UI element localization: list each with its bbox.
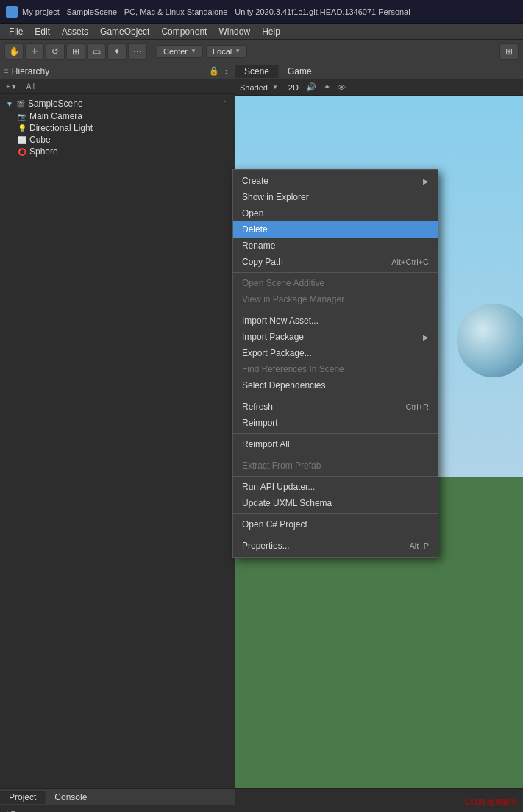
tab-project[interactable]: Project [0, 791, 46, 804]
ctx-import-package[interactable]: Import Package ▶ [233, 329, 438, 345]
tab-game[interactable]: Game [279, 65, 321, 78]
local-arrow: ▼ [235, 48, 241, 54]
menu-window[interactable]: Window [213, 25, 256, 38]
menu-file[interactable]: File [3, 25, 29, 38]
options-icon[interactable]: ⋮ [222, 66, 230, 76]
hierarchy-menu-icon: ≡ [4, 67, 9, 75]
center-arrow: ▼ [191, 48, 196, 54]
ctx-update-uxml[interactable]: Update UXML Schema [233, 495, 438, 511]
ctx-copy-path-shortcut: Alt+Ctrl+C [391, 257, 429, 266]
rotate-tool[interactable]: ↺ [46, 43, 65, 60]
menu-component[interactable]: Component [155, 25, 213, 38]
title-bar: My project - SampleScene - PC, Mac & Lin… [0, 0, 523, 24]
toolbar-sep-1 [152, 44, 152, 59]
scene-hide-icon[interactable]: 👁 [338, 83, 346, 92]
ctx-copy-path[interactable]: Copy Path Alt+Ctrl+C [233, 254, 438, 270]
ctx-show-explorer[interactable]: Show in Explorer [233, 189, 438, 205]
project-panel: Project Console +▼ ★ Favorites 🔍 All Mat… [0, 789, 235, 812]
ctx-create[interactable]: Create ▶ [233, 173, 438, 189]
project-add-btn[interactable]: +▼ [3, 808, 19, 812]
ctx-reimport-label: Reimport [242, 418, 278, 428]
ctx-copy-path-label: Copy Path [242, 257, 283, 267]
local-global[interactable]: Local ▼ [206, 45, 247, 58]
ctx-properties[interactable]: Properties... Alt+P [233, 538, 438, 554]
custom-tool[interactable]: ⋯ [128, 43, 147, 60]
ctx-open-csharp[interactable]: Open C# Project [233, 516, 438, 533]
ctx-view-package-manager: View in Package Manager [233, 291, 438, 307]
ctx-sep-4 [233, 433, 438, 434]
ctx-select-dependencies-label: Select Dependencies [242, 380, 325, 391]
ctx-run-api-updater[interactable]: Run API Updater... [233, 479, 438, 495]
hierarchy-item-camera[interactable]: 📷 Main Camera [0, 110, 235, 122]
ctx-delete[interactable]: Delete [233, 221, 438, 238]
title-text: My project - SampleScene - PC, Mac & Lin… [22, 7, 410, 16]
ctx-rename[interactable]: Rename [233, 238, 438, 254]
ctx-sep-5 [233, 455, 438, 455]
ctx-delete-label: Delete [242, 224, 268, 235]
watermark: CSDN @韩曙亮 [465, 797, 517, 808]
project-toolbar: +▼ [0, 805, 235, 812]
menu-gameobject[interactable]: GameObject [94, 25, 155, 38]
cube-icon: ⬜ [18, 136, 26, 144]
light-icon: 💡 [18, 124, 26, 132]
rect-tool[interactable]: ▭ [87, 43, 106, 60]
ctx-extract-from-prefab: Extract From Prefab [233, 457, 438, 474]
hierarchy-item-light[interactable]: 💡 Directional Light [0, 122, 235, 134]
transform-tool[interactable]: ✦ [107, 43, 127, 60]
ctx-import-package-label: Import Package [242, 332, 304, 342]
bottom-layout: Project Console +▼ ★ Favorites 🔍 All Mat… [0, 788, 523, 812]
shading-dropdown[interactable]: Shaded [240, 83, 268, 92]
ctx-import-package-arrow: ▶ [423, 333, 429, 341]
scale-tool[interactable]: ⊞ [66, 43, 85, 60]
hierarchy-toolbar: +▼ All [0, 79, 235, 94]
menu-assets[interactable]: Assets [56, 25, 94, 38]
scene-icon: 🎬 [16, 100, 25, 108]
project-tab-bar: Project Console [0, 789, 235, 805]
unity-icon [6, 6, 18, 18]
mode-2d[interactable]: 2D [288, 83, 299, 92]
ctx-export-package[interactable]: Export Package... [233, 345, 438, 361]
light-name: Directional Light [29, 123, 93, 133]
tool-group-transform: ✋ ✛ ↺ ⊞ ▭ ✦ ⋯ [4, 43, 147, 60]
scene-expand-icon: ▼ [6, 100, 13, 108]
ctx-refresh[interactable]: Refresh Ctrl+R [233, 399, 438, 415]
ctx-reimport-all-label: Reimport All [242, 439, 290, 449]
ctx-reimport-all[interactable]: Reimport All [233, 436, 438, 452]
ctx-extract-from-prefab-label: Extract From Prefab [242, 460, 321, 471]
ctx-export-package-label: Export Package... [242, 348, 312, 358]
hierarchy-content: ▼ 🎬 SampleScene ⋮ 📷 Main Camera 💡 Direct… [0, 94, 235, 788]
hierarchy-item-cube[interactable]: ⬜ Cube [0, 134, 235, 146]
all-filter[interactable]: All [24, 82, 38, 91]
ctx-sep-8 [233, 535, 438, 535]
scene-tab-bar: Scene Game [235, 63, 523, 79]
add-hierarchy-btn[interactable]: +▼ [3, 82, 21, 91]
menu-help[interactable]: Help [256, 25, 286, 38]
ctx-reimport[interactable]: Reimport [233, 415, 438, 431]
ctx-import-new-asset[interactable]: Import New Asset... [233, 313, 438, 329]
lock-icon[interactable]: 🔒 [209, 66, 219, 76]
center-label: Center [163, 47, 188, 56]
scene-name: SampleScene [28, 99, 83, 109]
tab-scene[interactable]: Scene [235, 65, 279, 78]
hierarchy-item-sphere[interactable]: ⭕ Sphere [0, 146, 235, 157]
ctx-open[interactable]: Open [233, 205, 438, 221]
hand-tool[interactable]: ✋ [4, 43, 24, 60]
ctx-import-new-asset-label: Import New Asset... [242, 316, 319, 326]
camera-name: Main Camera [29, 111, 82, 121]
scene-fx-icon[interactable]: ✦ [324, 82, 330, 92]
move-tool[interactable]: ✛ [25, 43, 44, 60]
grid-tool[interactable]: ⊞ [499, 43, 519, 60]
sphere-object [457, 304, 523, 377]
scene-audio-icon[interactable]: 🔊 [306, 82, 316, 92]
local-label: Local [213, 47, 232, 56]
center-pivot[interactable]: Center ▼ [157, 45, 203, 58]
ctx-select-dependencies[interactable]: Select Dependencies [233, 377, 438, 393]
toolbar: ✋ ✛ ↺ ⊞ ▭ ✦ ⋯ Center ▼ Local ▼ ⊞ [0, 40, 523, 63]
watermark-text: CSDN @韩曙亮 [465, 798, 517, 806]
sample-scene-root[interactable]: ▼ 🎬 SampleScene ⋮ [0, 97, 235, 110]
scene-menu-icon[interactable]: ⋮ [221, 100, 229, 108]
menu-edit[interactable]: Edit [29, 25, 56, 38]
tab-console[interactable]: Console [46, 791, 96, 804]
ctx-create-label: Create [242, 176, 268, 186]
ctx-view-package-manager-label: View in Package Manager [242, 294, 344, 304]
